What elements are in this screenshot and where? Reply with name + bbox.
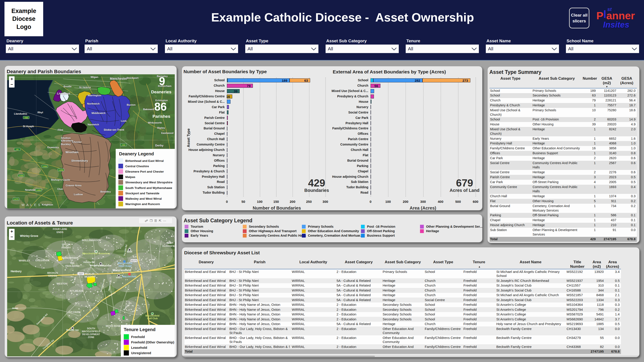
svg-text:Shrewsbury and West Shropshire: Shrewsbury and West Shropshire bbox=[125, 181, 172, 184]
svg-text:Flint: Flint bbox=[58, 129, 63, 131]
svg-text:Henbury: Henbury bbox=[11, 270, 22, 273]
svg-text:B5392: B5392 bbox=[12, 307, 18, 309]
svg-text:Shotton: Shotton bbox=[61, 137, 70, 139]
svg-text:A5: A5 bbox=[16, 148, 18, 151]
svg-text:+: + bbox=[10, 77, 13, 82]
svg-text:ENDS: ENDS bbox=[56, 231, 64, 233]
svg-text:Newtown: Newtown bbox=[25, 188, 36, 191]
svg-text:Victoria Rd: Victoria Rd bbox=[83, 261, 94, 263]
svg-text:Tenure Legend: Tenure Legend bbox=[124, 327, 156, 332]
svg-text:−: − bbox=[10, 82, 13, 87]
svg-text:Wrexham: Wrexham bbox=[66, 150, 78, 154]
svg-text:St Asaph: St Asaph bbox=[23, 125, 34, 128]
svg-text:Craven Arms: Craven Arms bbox=[66, 184, 82, 187]
svg-text:Ripley: Ripley bbox=[157, 127, 165, 129]
svg-text:Warrington: Warrington bbox=[88, 94, 101, 97]
svg-text:UPTON: UPTON bbox=[62, 243, 70, 246]
svg-text:Malpas: Malpas bbox=[125, 175, 136, 179]
svg-text:MANOR PARK: MANOR PARK bbox=[62, 257, 79, 259]
svg-text:Bewdley: Bewdley bbox=[100, 190, 111, 193]
svg-text:GREENSIDE: GREENSIDE bbox=[35, 259, 50, 262]
svg-text:Manchester: Manchester bbox=[110, 77, 127, 80]
svg-text:A470: A470 bbox=[14, 198, 18, 200]
svg-text:Freehold: Freehold bbox=[131, 335, 145, 339]
svg-text:BOLLIN: BOLLIN bbox=[86, 272, 94, 275]
svg-text:Middlewich: Middlewich bbox=[92, 112, 106, 114]
svg-text:Knighton: Knighton bbox=[42, 203, 53, 206]
svg-text:Whirley Grove: Whirley Grove bbox=[20, 234, 38, 237]
svg-text:Hibel Road: Hibel Road bbox=[118, 265, 131, 267]
svg-text:MACCLESFIELD: MACCLESFIELD bbox=[82, 330, 100, 333]
svg-text:MEADOW: MEADOW bbox=[84, 275, 96, 278]
svg-text:Ludlow: Ludlow bbox=[74, 193, 83, 196]
svg-text:A489: A489 bbox=[36, 189, 41, 191]
svg-text:A537: A537 bbox=[78, 273, 83, 275]
svg-text:Bootle: Bootle bbox=[64, 85, 72, 88]
svg-text:Buxton: Buxton bbox=[127, 103, 136, 106]
svg-text:Bishop's Castle: Bishop's Castle bbox=[51, 178, 70, 181]
svg-text:Stoke-on-Trent: Stoke-on-Trent bbox=[104, 128, 124, 131]
svg-text:IVY FARM: IVY FARM bbox=[69, 311, 80, 313]
svg-text:9: 9 bbox=[159, 75, 165, 88]
svg-text:Eastwood: Eastwood bbox=[161, 132, 174, 134]
svg-text:A50: A50 bbox=[122, 144, 125, 146]
svg-text:Buckley: Buckley bbox=[61, 143, 71, 146]
svg-text:1: 1 bbox=[152, 313, 153, 315]
svg-text:Deanery Legend: Deanery Legend bbox=[119, 151, 154, 156]
svg-text:Warrington and Runcorn: Warrington and Runcorn bbox=[125, 202, 160, 206]
svg-text:FOUR LANE: FOUR LANE bbox=[53, 228, 67, 230]
svg-text:Rhyl: Rhyl bbox=[38, 111, 43, 114]
svg-text:Nantwich: Nantwich bbox=[88, 123, 99, 126]
svg-text:+: + bbox=[10, 229, 13, 234]
svg-text:BOLLINBROOK: BOLLINBROOK bbox=[82, 239, 101, 242]
svg-text:HIGH: HIGH bbox=[167, 242, 174, 244]
svg-text:Clun: Clun bbox=[57, 188, 63, 190]
svg-text:Birkenhead and East Wirral: Birkenhead and East Wirral bbox=[125, 159, 164, 163]
svg-text:CROSS: CROSS bbox=[48, 274, 57, 277]
svg-text:MOSS ROSE: MOSS ROSE bbox=[106, 325, 121, 327]
svg-text:−: − bbox=[10, 234, 13, 239]
svg-text:Ellesmere Port and Chester: Ellesmere Port and Chester bbox=[125, 170, 164, 173]
svg-text:St Helens: St Helens bbox=[79, 86, 91, 89]
svg-text:Llandudno: Llandudno bbox=[14, 112, 27, 115]
svg-text:DEVELOPMENT: DEVELOPMENT bbox=[82, 333, 100, 335]
svg-text:Parishes: Parishes bbox=[152, 114, 170, 119]
svg-text:Chester: Chester bbox=[72, 141, 82, 143]
svg-text:BROKEN: BROKEN bbox=[47, 271, 58, 274]
svg-text:86: 86 bbox=[154, 101, 167, 113]
svg-text:South Trafford and Wythenshawe: South Trafford and Wythenshawe bbox=[125, 186, 172, 190]
svg-text:Unregistered: Unregistered bbox=[131, 351, 151, 355]
svg-text:Liverpool: Liverpool bbox=[57, 92, 70, 95]
svg-text:A458: A458 bbox=[58, 169, 63, 171]
svg-text:Bakewell: Bakewell bbox=[143, 108, 154, 111]
svg-text:SOUTH: SOUTH bbox=[87, 327, 95, 330]
svg-text:A458: A458 bbox=[18, 175, 23, 177]
svg-text:WESTON: WESTON bbox=[56, 282, 67, 285]
svg-text:Derby: Derby bbox=[155, 144, 164, 147]
svg-text:HURDSFIELD: HURDSFIELD bbox=[162, 245, 175, 247]
svg-text:Leasehold: Leasehold bbox=[131, 346, 147, 349]
svg-text:B5478: B5478 bbox=[131, 260, 137, 262]
svg-text:Wallesley and West Wirral: Wallesley and West Wirral bbox=[125, 197, 162, 200]
svg-text:Leek: Leek bbox=[121, 120, 127, 122]
svg-text:ZONE: ZONE bbox=[88, 336, 94, 338]
svg-text:IVY MEADE: IVY MEADE bbox=[70, 289, 84, 292]
svg-text:A55: A55 bbox=[24, 117, 28, 119]
svg-text:WALES: WALES bbox=[22, 203, 42, 207]
svg-text:Ellesmere: Ellesmere bbox=[61, 139, 73, 142]
svg-text:A495: A495 bbox=[42, 165, 47, 168]
svg-text:Stockport and Tameside: Stockport and Tameside bbox=[125, 192, 159, 195]
svg-text:Northwich: Northwich bbox=[87, 102, 100, 105]
svg-text:Wirksworth: Wirksworth bbox=[148, 121, 162, 124]
svg-text:Wigan: Wigan bbox=[91, 76, 98, 78]
svg-text:Shrewsbury: Shrewsbury bbox=[72, 159, 88, 162]
svg-text:Central Cheshire: Central Cheshire bbox=[125, 165, 149, 168]
svg-text:Golf Club: Golf Club bbox=[147, 317, 158, 320]
svg-text:PRIORY: PRIORY bbox=[62, 246, 71, 249]
svg-text:WHIRLEY: WHIRLEY bbox=[19, 259, 30, 262]
svg-text:Macclesfield: Macclesfield bbox=[112, 268, 131, 272]
svg-text:Freehold (Other Ownership): Freehold (Other Ownership) bbox=[131, 340, 174, 344]
svg-text:Oswestry: Oswestry bbox=[47, 146, 59, 149]
svg-text:PAVILLIONS: PAVILLIONS bbox=[65, 265, 79, 267]
svg-text:Stockport: Stockport bbox=[126, 77, 138, 79]
